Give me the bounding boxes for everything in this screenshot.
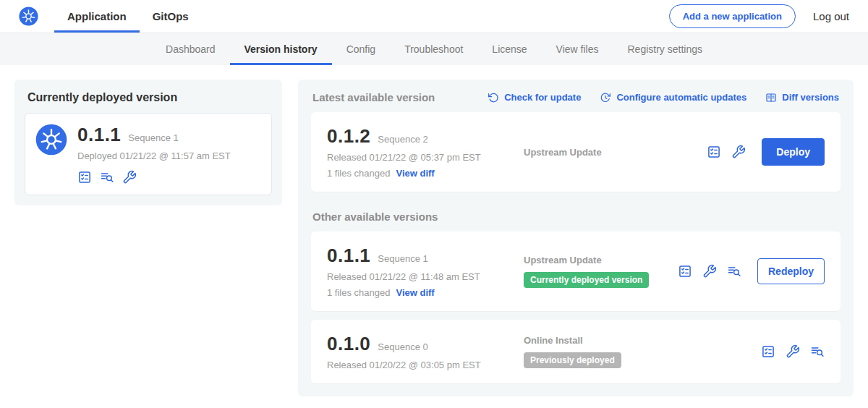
edit-config-icon[interactable] bbox=[122, 170, 137, 184]
currently-deployed-panel: Currently deployed version bbox=[14, 80, 282, 205]
diff-versions-label: Diff versions bbox=[782, 92, 839, 103]
tab-dashboard[interactable]: Dashboard bbox=[151, 33, 230, 65]
version-source-label: Upstream Update bbox=[524, 147, 707, 158]
configure-automatic-updates-link[interactable]: Configure automatic updates bbox=[600, 92, 746, 103]
kubernetes-logo-icon bbox=[19, 7, 38, 26]
latest-available-title: Latest available version bbox=[312, 91, 435, 103]
sequence-label: Sequence 2 bbox=[378, 134, 427, 145]
deployed-date: Deployed 01/21/22 @ 11:57 am EST bbox=[77, 150, 231, 161]
released-date: Released 01/21/22 @ 11:48 am EST bbox=[327, 271, 521, 282]
released-date: Released 01/21/22 @ 05:37 pm EST bbox=[327, 152, 521, 163]
released-date: Released 01/20/22 @ 03:05 pm EST bbox=[327, 360, 521, 370]
release-notes-icon[interactable] bbox=[77, 170, 92, 184]
files-changed-label: 1 files changed bbox=[327, 168, 390, 179]
version-number: 0.1.0 bbox=[327, 333, 370, 355]
logout-link[interactable]: Log out bbox=[813, 10, 849, 22]
view-diff-link[interactable]: View diff bbox=[396, 168, 434, 179]
view-diff-icon[interactable] bbox=[727, 264, 741, 279]
deployed-panel-title: Currently deployed version bbox=[27, 91, 269, 104]
deployed-version-number: 0.1.1 bbox=[77, 124, 121, 146]
currently-deployed-badge: Currently deployed version bbox=[524, 272, 649, 288]
version-source-label: Upstream Update bbox=[524, 255, 678, 265]
sequence-label: Sequence 0 bbox=[378, 341, 427, 352]
version-source-label: Online Install bbox=[524, 335, 761, 346]
view-diff-icon[interactable] bbox=[100, 170, 114, 184]
other-versions-title: Other available versions bbox=[312, 211, 839, 223]
deploy-button[interactable]: Deploy bbox=[762, 138, 825, 166]
sequence-label: Sequence 1 bbox=[378, 253, 427, 264]
version-history-panel: Latest available version Check for updat… bbox=[298, 80, 854, 396]
view-diff-icon[interactable] bbox=[810, 344, 825, 359]
version-number: 0.1.1 bbox=[327, 245, 370, 267]
check-for-update-label: Check for update bbox=[504, 92, 581, 103]
tab-license[interactable]: License bbox=[477, 33, 541, 65]
tab-view-files[interactable]: View files bbox=[542, 33, 613, 65]
main-content: Currently deployed version bbox=[0, 65, 868, 408]
release-notes-icon[interactable] bbox=[678, 264, 692, 279]
diff-panes-icon bbox=[765, 92, 777, 103]
deployed-version-card: 0.1.1 Sequence 1 Deployed 01/21/22 @ 11:… bbox=[25, 113, 272, 195]
add-application-button[interactable]: Add a new application bbox=[669, 4, 796, 28]
configure-automatic-updates-label: Configure automatic updates bbox=[616, 92, 746, 103]
files-changed-label: 1 files changed bbox=[327, 287, 390, 298]
release-notes-icon[interactable] bbox=[707, 145, 721, 159]
latest-version-card: 0.1.2 Sequence 2 Released 01/21/22 @ 05:… bbox=[311, 112, 841, 192]
refresh-icon bbox=[488, 92, 499, 103]
deployed-sequence-label: Sequence 1 bbox=[128, 132, 178, 143]
view-diff-link[interactable]: View diff bbox=[396, 287, 434, 298]
tab-application-label: Application bbox=[67, 10, 127, 22]
version-card-0-1-0: 0.1.0 Sequence 0 Released 01/20/22 @ 03:… bbox=[311, 320, 841, 383]
tab-config[interactable]: Config bbox=[332, 33, 390, 65]
check-for-update-link[interactable]: Check for update bbox=[488, 92, 581, 103]
version-card-0-1-1: 0.1.1 Sequence 1 Released 01/21/22 @ 11:… bbox=[311, 231, 841, 311]
clock-refresh-icon bbox=[600, 92, 611, 103]
primary-nav: Application GitOps bbox=[54, 0, 202, 33]
edit-config-icon[interactable] bbox=[731, 145, 746, 159]
version-number: 0.1.2 bbox=[327, 125, 370, 148]
app-subnav: Dashboard Version history Config Trouble… bbox=[0, 33, 868, 65]
edit-config-icon[interactable] bbox=[702, 264, 717, 279]
tab-gitops[interactable]: GitOps bbox=[140, 0, 202, 33]
top-navbar: Application GitOps Add a new application… bbox=[0, 0, 868, 33]
diff-versions-link[interactable]: Diff versions bbox=[765, 92, 839, 103]
edit-config-icon[interactable] bbox=[786, 344, 800, 359]
previously-deployed-badge: Previously deployed bbox=[524, 352, 621, 368]
tab-gitops-label: GitOps bbox=[153, 10, 189, 22]
tab-registry-settings[interactable]: Registry settings bbox=[613, 33, 717, 65]
tab-version-history[interactable]: Version history bbox=[230, 33, 332, 65]
redeploy-button[interactable]: Redeploy bbox=[757, 258, 825, 284]
tab-troubleshoot[interactable]: Troubleshoot bbox=[390, 33, 477, 65]
app-logo-icon bbox=[35, 124, 67, 184]
tab-application[interactable]: Application bbox=[54, 0, 140, 33]
release-notes-icon[interactable] bbox=[761, 344, 775, 359]
